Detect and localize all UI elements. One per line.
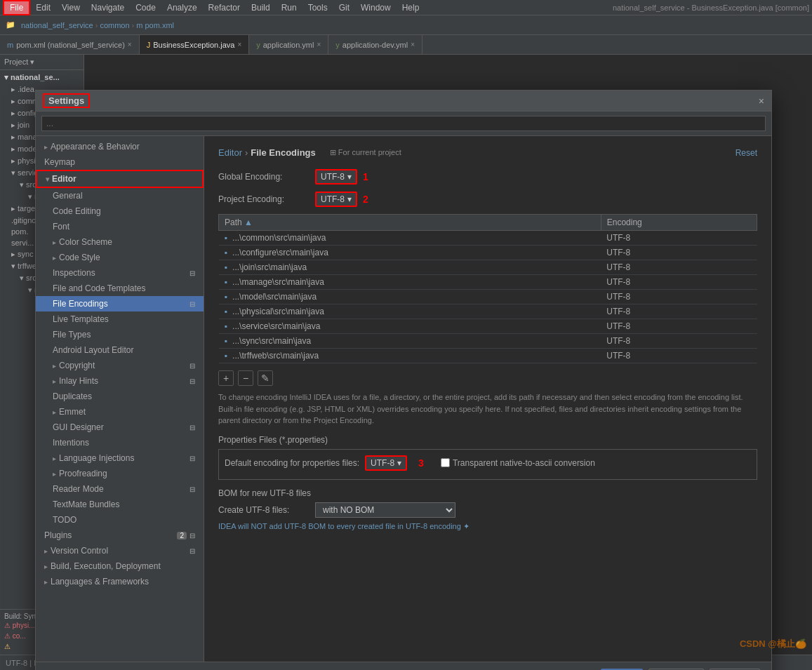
plugins-settings-icon: ⊟ <box>189 532 195 540</box>
breadcrumb-file[interactable]: pom.xml <box>145 21 174 29</box>
nav-appearance[interactable]: ▸ Appearance & Behavior <box>36 139 204 154</box>
table-row[interactable]: ▪ ...\configure\src\main\java UTF-8 <box>219 246 757 260</box>
edit-path-button[interactable]: ✎ <box>258 370 273 386</box>
nav-gui-designer[interactable]: GUI Designer ⊟ <box>36 420 204 435</box>
table-row[interactable]: ▪ ...\manage\src\main\java UTF-8 <box>219 275 757 290</box>
nav-file-types[interactable]: File Types <box>36 327 204 342</box>
nav-intentions[interactable]: Intentions <box>36 435 204 450</box>
menu-build[interactable]: Build <box>246 1 276 14</box>
nav-build[interactable]: ▸ Build, Execution, Deployment <box>36 558 204 574</box>
transparent-checkbox-label[interactable]: Transparent native-to-ascii conversion <box>441 458 595 468</box>
nav-font[interactable]: Font <box>36 219 204 234</box>
nav-todo[interactable]: TODO <box>36 512 204 528</box>
nav-inspections[interactable]: Inspections ⊟ <box>36 265 204 281</box>
nav-android-layout[interactable]: Android Layout Editor <box>36 342 204 358</box>
remove-path-button[interactable]: − <box>238 370 253 386</box>
table-row[interactable]: ▪ ...\physical\src\main\java UTF-8 <box>219 304 757 319</box>
menu-view[interactable]: View <box>56 1 86 14</box>
nav-code-style[interactable]: ▸ Code Style <box>36 250 204 265</box>
breadcrumb-root[interactable]: national_self_service <box>21 21 93 29</box>
nav-languages[interactable]: ▸ Languages & Frameworks <box>36 574 204 589</box>
file-path-cell: ▪ ...\manage\src\main\java <box>219 275 601 290</box>
nav-file-code-templates[interactable]: File and Code Templates <box>36 281 204 296</box>
yml-tab-icon: y <box>256 41 260 49</box>
menu-git[interactable]: Git <box>333 1 355 14</box>
default-encoding-select[interactable]: UTF-8 ▾ <box>365 455 407 471</box>
nav-proofreading[interactable]: ▸ Proofreading <box>36 466 204 481</box>
nav-version-control[interactable]: ▸ Version Control ⊟ <box>36 543 204 558</box>
nav-file-encodings[interactable]: File Encodings ⊟ <box>36 296 204 311</box>
tab-application-dev[interactable]: y application-dev.yml × <box>328 35 422 54</box>
settings-search-input[interactable] <box>41 116 766 131</box>
appearance-label: Appearance & Behavior <box>51 142 140 152</box>
tab-businessexception[interactable]: J BusinessException.java × <box>140 35 250 54</box>
intentions-label: Intentions <box>53 438 89 448</box>
menu-file[interactable]: File <box>3 0 30 15</box>
file-path-cell: ▪ ...\service\src\main\java <box>219 319 601 334</box>
col-encoding-header[interactable]: Encoding <box>601 215 757 231</box>
tab-java-close[interactable]: × <box>237 41 241 48</box>
info-text: To change encoding IntelliJ IDEA uses fo… <box>218 391 757 427</box>
breadcrumb-common[interactable]: common <box>100 21 129 29</box>
nav-color-scheme[interactable]: ▸ Color Scheme <box>36 234 204 250</box>
main-area: Project ▾ ▾ national_se... ▸ .idea ▸ com… <box>0 55 812 670</box>
col-path-header[interactable]: Path ▲ <box>219 215 601 231</box>
file-path-cell: ▪ ...\trffweb\src\main\java <box>219 349 601 363</box>
table-row[interactable]: ▪ ...\model\src\main\java UTF-8 <box>219 290 757 304</box>
global-encoding-select[interactable]: UTF-8 ▾ <box>315 169 357 185</box>
todo-label: TODO <box>53 515 76 525</box>
menu-run[interactable]: Run <box>276 1 302 14</box>
nav-code-editing[interactable]: Code Editing <box>36 203 204 219</box>
nav-copyright[interactable]: ▸ Copyright ⊟ <box>36 358 204 373</box>
tab-yml-dev-close[interactable]: × <box>411 41 415 48</box>
file-encoding-cell: UTF-8 <box>601 260 757 275</box>
table-row[interactable]: ▪ ...\sync\src\main\java UTF-8 <box>219 334 757 349</box>
menu-code[interactable]: Code <box>130 1 161 14</box>
menu-refactor[interactable]: Refactor <box>203 1 246 14</box>
nav-emmet[interactable]: ▸ Emmet <box>36 404 204 420</box>
dialog-body: ▸ Appearance & Behavior Keymap ▾ Editor … <box>36 136 771 662</box>
table-row[interactable]: ▪ ...\join\src\main\java UTF-8 <box>219 260 757 275</box>
nav-duplicates[interactable]: Duplicates <box>36 389 204 404</box>
tab-application[interactable]: y application.yml × <box>249 35 328 54</box>
languages-label: Languages & Frameworks <box>51 577 149 587</box>
table-row[interactable]: ▪ ...\service\src\main\java UTF-8 <box>219 319 757 334</box>
build-arrow: ▸ <box>44 563 48 570</box>
dialog-footer: ? OK Cancel Apply <box>36 662 771 670</box>
nav-plugins[interactable]: Plugins 2 ⊟ <box>36 528 204 543</box>
menu-navigate[interactable]: Navigate <box>86 1 130 14</box>
copyright-badge: ⊟ <box>189 362 195 370</box>
proofreading-label: Proofreading <box>59 469 107 478</box>
menu-analyze[interactable]: Analyze <box>161 1 203 14</box>
nav-language-injections[interactable]: ▸ Language Injections ⊟ <box>36 450 204 466</box>
menu-window[interactable]: Window <box>355 1 397 14</box>
nav-inlay-hints[interactable]: ▸ Inlay Hints ⊟ <box>36 373 204 389</box>
table-row[interactable]: ▪ ...\trffweb\src\main\java UTF-8 <box>219 349 757 363</box>
tree-root[interactable]: ▾ national_se... <box>0 72 84 83</box>
nav-keymap[interactable]: Keymap <box>36 154 204 170</box>
nav-reader-mode[interactable]: Reader Mode ⊟ <box>36 481 204 497</box>
dialog-title-bar: Settings × <box>36 91 771 112</box>
language-injections-arrow: ▸ <box>53 455 56 462</box>
tab-yml-close[interactable]: × <box>317 41 321 48</box>
nav-textmate[interactable]: TextMate Bundles <box>36 497 204 512</box>
create-utf8-select[interactable]: with NO BOM with BOM <box>315 502 455 518</box>
add-path-button[interactable]: + <box>218 370 234 386</box>
menu-tools[interactable]: Tools <box>302 1 333 14</box>
nav-general[interactable]: General <box>36 188 204 203</box>
table-row[interactable]: ▪ ...\common\src\main\java UTF-8 <box>219 231 757 246</box>
dialog-close-button[interactable]: × <box>759 95 764 107</box>
tab-pom[interactable]: m pom.xml (national_self_service) × <box>0 35 140 54</box>
transparent-checkbox[interactable] <box>441 458 450 467</box>
tab-pom-close[interactable]: × <box>128 41 132 48</box>
menu-edit[interactable]: Edit <box>30 1 56 14</box>
reset-button[interactable]: Reset <box>736 148 757 158</box>
nav-live-templates[interactable]: Live Templates <box>36 311 204 327</box>
breadcrumb-editor-link[interactable]: Editor <box>218 147 242 158</box>
menu-help[interactable]: Help <box>397 1 425 14</box>
project-encoding-select[interactable]: UTF-8 ▾ <box>315 192 357 207</box>
sidebar-header: Project ▾ <box>0 55 84 70</box>
nav-editor[interactable]: ▾ Editor <box>36 170 204 188</box>
path-sort-arrow: ▲ <box>244 217 253 227</box>
folder-icon: ▪ <box>225 262 227 272</box>
